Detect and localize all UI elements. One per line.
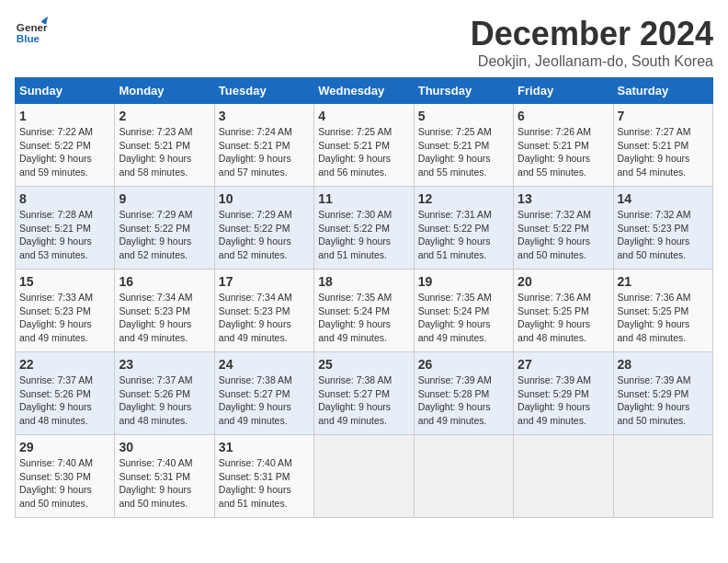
table-row: 11 Sunrise: 7:30 AMSunset: 5:22 PMDaylig…: [314, 187, 414, 270]
day-info: Sunrise: 7:33 AMSunset: 5:23 PMDaylight:…: [19, 292, 93, 343]
day-number: 7: [618, 109, 709, 123]
header-wednesday: Wednesday: [314, 78, 414, 104]
logo: General Blue: [15, 15, 48, 48]
day-info: Sunrise: 7:36 AMSunset: 5:25 PMDaylight:…: [518, 292, 591, 343]
table-row: 10 Sunrise: 7:29 AMSunset: 5:22 PMDaylig…: [214, 187, 313, 270]
day-number: 16: [119, 274, 210, 289]
table-row: 23 Sunrise: 7:37 AMSunset: 5:26 PMDaylig…: [115, 352, 214, 435]
table-row: 17 Sunrise: 7:34 AMSunset: 5:23 PMDaylig…: [214, 270, 313, 352]
calendar-week-row: 22 Sunrise: 7:37 AMSunset: 5:26 PMDaylig…: [16, 352, 713, 435]
table-row: 1 Sunrise: 7:22 AMSunset: 5:22 PMDayligh…: [16, 104, 115, 187]
day-info: Sunrise: 7:29 AMSunset: 5:22 PMDaylight:…: [219, 209, 292, 260]
calendar-week-row: 1 Sunrise: 7:22 AMSunset: 5:22 PMDayligh…: [16, 104, 713, 187]
table-row: 9 Sunrise: 7:29 AMSunset: 5:22 PMDayligh…: [115, 187, 214, 270]
day-info: Sunrise: 7:39 AMSunset: 5:28 PMDaylight:…: [418, 374, 492, 426]
day-number: 18: [318, 274, 409, 289]
day-number: 27: [518, 357, 609, 372]
weekday-header-row: Sunday Monday Tuesday Wednesday Thursday…: [16, 78, 713, 104]
table-row: 22 Sunrise: 7:37 AMSunset: 5:26 PMDaylig…: [16, 352, 115, 435]
header-monday: Monday: [115, 78, 214, 104]
calendar-week-row: 8 Sunrise: 7:28 AMSunset: 5:21 PMDayligh…: [16, 187, 713, 270]
day-number: 25: [318, 357, 409, 372]
day-number: 29: [19, 440, 110, 454]
day-number: 8: [19, 191, 110, 206]
table-row: 13 Sunrise: 7:32 AMSunset: 5:22 PMDaylig…: [514, 187, 613, 270]
page-header: General Blue December 2024 Deokjin, Jeol…: [15, 15, 713, 70]
empty-cell: [414, 435, 513, 518]
day-number: 20: [518, 274, 609, 289]
day-info: Sunrise: 7:29 AMSunset: 5:22 PMDaylight:…: [119, 209, 192, 260]
day-info: Sunrise: 7:38 AMSunset: 5:27 PMDaylight:…: [318, 374, 392, 426]
day-number: 30: [119, 440, 210, 454]
header-saturday: Saturday: [613, 78, 712, 104]
table-row: 20 Sunrise: 7:36 AMSunset: 5:25 PMDaylig…: [514, 270, 613, 352]
day-number: 19: [418, 274, 509, 289]
table-row: 30 Sunrise: 7:40 AMSunset: 5:31 PMDaylig…: [115, 435, 214, 518]
day-info: Sunrise: 7:24 AMSunset: 5:21 PMDaylight:…: [219, 126, 292, 178]
day-info: Sunrise: 7:25 AMSunset: 5:21 PMDaylight:…: [318, 126, 392, 178]
day-number: 31: [219, 440, 310, 454]
day-info: Sunrise: 7:32 AMSunset: 5:22 PMDaylight:…: [518, 209, 591, 260]
table-row: 24 Sunrise: 7:38 AMSunset: 5:27 PMDaylig…: [214, 352, 313, 435]
day-info: Sunrise: 7:34 AMSunset: 5:23 PMDaylight:…: [219, 292, 292, 343]
day-info: Sunrise: 7:30 AMSunset: 5:22 PMDaylight:…: [318, 209, 392, 260]
header-tuesday: Tuesday: [214, 78, 313, 104]
day-info: Sunrise: 7:40 AMSunset: 5:31 PMDaylight:…: [219, 457, 292, 509]
day-number: 4: [318, 109, 409, 123]
day-info: Sunrise: 7:37 AMSunset: 5:26 PMDaylight:…: [119, 374, 192, 426]
day-info: Sunrise: 7:37 AMSunset: 5:26 PMDaylight:…: [19, 374, 93, 426]
day-number: 2: [119, 109, 210, 123]
calendar-week-row: 29 Sunrise: 7:40 AMSunset: 5:30 PMDaylig…: [16, 435, 713, 518]
table-row: 14 Sunrise: 7:32 AMSunset: 5:23 PMDaylig…: [613, 187, 712, 270]
title-block: December 2024 Deokjin, Jeollanam-do, Sou…: [471, 15, 713, 70]
day-info: Sunrise: 7:38 AMSunset: 5:27 PMDaylight:…: [219, 374, 292, 426]
table-row: 26 Sunrise: 7:39 AMSunset: 5:28 PMDaylig…: [414, 352, 513, 435]
day-info: Sunrise: 7:39 AMSunset: 5:29 PMDaylight:…: [618, 374, 691, 426]
header-sunday: Sunday: [16, 78, 115, 104]
table-row: 6 Sunrise: 7:26 AMSunset: 5:21 PMDayligh…: [514, 104, 613, 187]
day-number: 28: [618, 357, 709, 372]
day-number: 15: [19, 274, 110, 289]
day-info: Sunrise: 7:35 AMSunset: 5:24 PMDaylight:…: [318, 292, 392, 343]
day-info: Sunrise: 7:36 AMSunset: 5:25 PMDaylight:…: [618, 292, 691, 343]
day-info: Sunrise: 7:34 AMSunset: 5:23 PMDaylight:…: [119, 292, 192, 343]
day-number: 14: [618, 191, 709, 206]
day-number: 26: [418, 357, 509, 372]
table-row: 7 Sunrise: 7:27 AMSunset: 5:21 PMDayligh…: [613, 104, 712, 187]
day-info: Sunrise: 7:28 AMSunset: 5:21 PMDaylight:…: [19, 209, 93, 260]
day-number: 5: [418, 109, 509, 123]
table-row: 4 Sunrise: 7:25 AMSunset: 5:21 PMDayligh…: [314, 104, 414, 187]
day-info: Sunrise: 7:35 AMSunset: 5:24 PMDaylight:…: [418, 292, 492, 343]
day-number: 3: [219, 109, 310, 123]
day-number: 11: [318, 191, 409, 206]
day-number: 22: [19, 357, 110, 372]
table-row: 29 Sunrise: 7:40 AMSunset: 5:30 PMDaylig…: [16, 435, 115, 518]
day-number: 10: [219, 191, 310, 206]
day-number: 9: [119, 191, 210, 206]
table-row: 27 Sunrise: 7:39 AMSunset: 5:29 PMDaylig…: [514, 352, 613, 435]
table-row: 28 Sunrise: 7:39 AMSunset: 5:29 PMDaylig…: [613, 352, 712, 435]
empty-cell: [514, 435, 613, 518]
day-info: Sunrise: 7:22 AMSunset: 5:22 PMDaylight:…: [19, 126, 93, 178]
day-info: Sunrise: 7:23 AMSunset: 5:21 PMDaylight:…: [119, 126, 192, 178]
header-friday: Friday: [514, 78, 613, 104]
general-blue-logo-icon: General Blue: [15, 15, 48, 48]
day-number: 23: [119, 357, 210, 372]
calendar-table: Sunday Monday Tuesday Wednesday Thursday…: [15, 77, 713, 518]
day-number: 17: [219, 274, 310, 289]
day-number: 6: [518, 109, 609, 123]
day-info: Sunrise: 7:40 AMSunset: 5:30 PMDaylight:…: [19, 457, 93, 509]
day-info: Sunrise: 7:32 AMSunset: 5:23 PMDaylight:…: [618, 209, 691, 260]
day-info: Sunrise: 7:39 AMSunset: 5:29 PMDaylight:…: [518, 374, 591, 426]
day-info: Sunrise: 7:27 AMSunset: 5:21 PMDaylight:…: [618, 126, 691, 178]
month-year-title: December 2024: [471, 15, 713, 53]
day-number: 1: [19, 109, 110, 123]
location-subtitle: Deokjin, Jeollanam-do, South Korea: [471, 53, 713, 70]
empty-cell: [314, 435, 414, 518]
empty-cell: [613, 435, 712, 518]
table-row: 3 Sunrise: 7:24 AMSunset: 5:21 PMDayligh…: [214, 104, 313, 187]
day-info: Sunrise: 7:25 AMSunset: 5:21 PMDaylight:…: [418, 126, 492, 178]
day-number: 12: [418, 191, 509, 206]
table-row: 16 Sunrise: 7:34 AMSunset: 5:23 PMDaylig…: [115, 270, 214, 352]
table-row: 18 Sunrise: 7:35 AMSunset: 5:24 PMDaylig…: [314, 270, 414, 352]
